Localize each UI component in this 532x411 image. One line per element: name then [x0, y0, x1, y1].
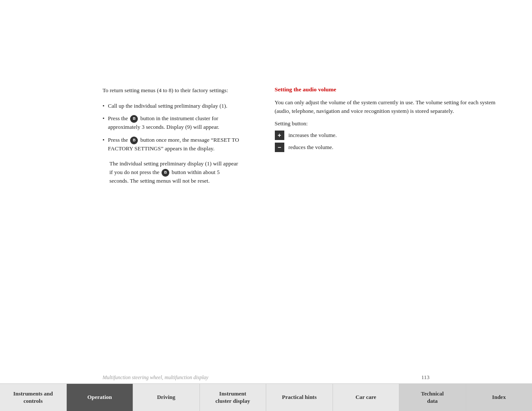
tab-label: Driving: [157, 394, 175, 401]
bullet-list: • Call up the individual setting prelimi…: [103, 102, 240, 153]
b-button-icon-1: B: [130, 115, 138, 123]
list-item: • Call up the individual setting prelimi…: [103, 102, 240, 110]
right-column: Setting the audio volume You can only ad…: [266, 86, 532, 346]
bullet-dot: •: [103, 102, 105, 110]
left-column: To return setting menus (4 to 8) to thei…: [0, 86, 266, 346]
footer-page-info: Multifunction steering wheel, multifunct…: [0, 371, 532, 383]
tab-label: Practical hints: [282, 394, 317, 401]
b-button-icon-3: B: [162, 169, 169, 177]
setting-button-label: Setting button:: [275, 120, 507, 127]
bullet-dot: •: [103, 136, 105, 144]
page-number: 113: [421, 374, 429, 381]
volume-decrease-text: reduces the volume.: [289, 144, 333, 151]
list-item: • Press the B button once more, the mess…: [103, 136, 240, 153]
tab-label: Index: [492, 394, 506, 401]
tab-index[interactable]: Index: [466, 384, 532, 411]
tab-operation[interactable]: Operation: [67, 384, 134, 411]
tab-practical-hints[interactable]: Practical hints: [266, 384, 333, 411]
page-topic: Multifunction steering wheel, multifunct…: [103, 374, 421, 381]
bullet-dot: •: [103, 114, 105, 123]
tab-instrument-cluster-display[interactable]: Instrumentcluster display: [200, 384, 267, 411]
page-wrapper: To return setting menus (4 to 8) to thei…: [0, 0, 532, 411]
bullet-text-3: Press the B button once more, the messag…: [108, 136, 240, 153]
tab-label: Instrumentcluster display: [215, 390, 250, 405]
tab-driving[interactable]: Driving: [133, 384, 200, 411]
navigation-tabs: Instruments and controls Operation Drivi…: [0, 383, 532, 411]
volume-increase-item: + increases the volume.: [275, 131, 507, 140]
plus-button-icon: +: [275, 131, 284, 140]
section-title: Setting the audio volume: [275, 86, 507, 93]
tab-instruments-and-controls[interactable]: Instruments and controls: [0, 384, 67, 411]
bullet-text-1: Call up the individual setting prelimina…: [108, 102, 240, 110]
tab-label: Car care: [355, 394, 376, 401]
bullet-text-2: Press the B button in the instrument clu…: [108, 114, 240, 131]
note-paragraph: The individual setting preliminary displ…: [109, 159, 240, 185]
intro-paragraph: To return setting menus (4 to 8) to thei…: [103, 86, 240, 95]
volume-decrease-item: − reduces the volume.: [275, 143, 507, 152]
minus-button-icon: −: [275, 143, 284, 152]
footer-bar: Multifunction steering wheel, multifunct…: [0, 371, 532, 411]
tab-car-care[interactable]: Car care: [333, 384, 400, 411]
content-area: To return setting menus (4 to 8) to thei…: [0, 0, 532, 371]
tab-label: Technicaldata: [421, 390, 444, 405]
tab-label: Operation: [87, 394, 112, 401]
tab-label: Instruments and controls: [5, 390, 61, 405]
list-item: • Press the B button in the instrument c…: [103, 114, 240, 131]
tab-technical-data[interactable]: Technicaldata: [399, 384, 466, 411]
volume-increase-text: increases the volume.: [289, 132, 337, 139]
b-button-icon-2: B: [130, 137, 138, 144]
right-intro-text: You can only adjust the volume of the sy…: [275, 98, 507, 115]
